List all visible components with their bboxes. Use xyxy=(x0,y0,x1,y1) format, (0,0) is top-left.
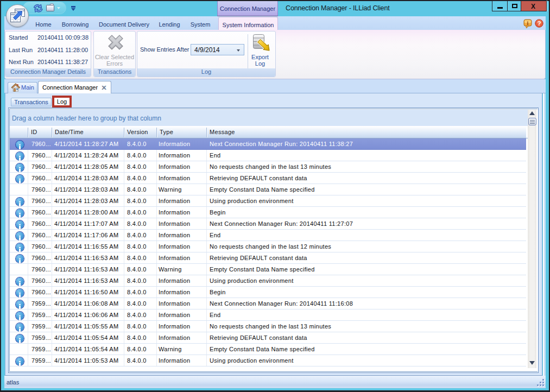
svg-text:i: i xyxy=(527,20,529,26)
svg-text:?: ? xyxy=(538,20,541,27)
